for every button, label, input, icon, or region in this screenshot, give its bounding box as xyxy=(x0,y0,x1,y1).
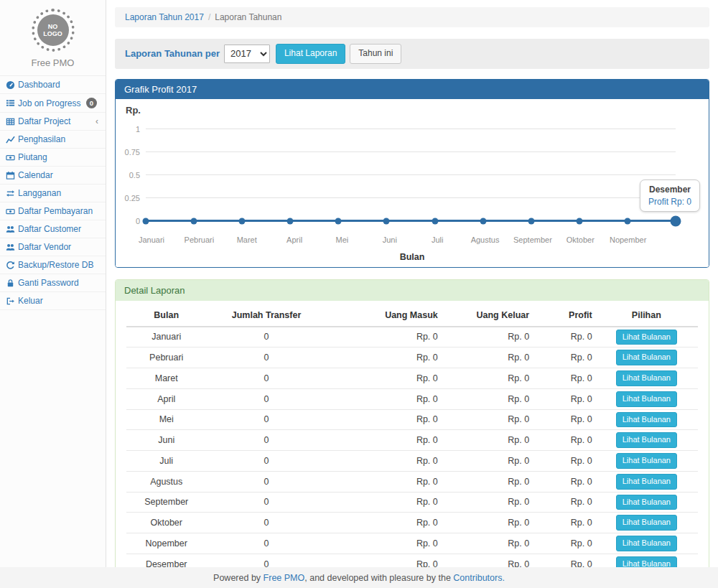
table-cell: Rp. 0 xyxy=(441,347,532,368)
view-monthly-button-september[interactable]: Lihat Bulanan xyxy=(616,495,677,510)
view-monthly-button-juni[interactable]: Lihat Bulanan xyxy=(616,432,677,448)
detail-table-wrap: BulanJumlah TransferUang MasukUang Kelua… xyxy=(116,301,709,567)
table-cell: Rp. 0 xyxy=(327,430,441,451)
tick-row: 0.75 xyxy=(124,141,700,164)
detail-report-panel: Detail Laporan BulanJumlah TransferUang … xyxy=(115,279,709,567)
breadcrumb: Laporan Tahun 2017/Laporan Tahunan xyxy=(115,7,709,27)
sidebar-item-label: Penghasilan xyxy=(18,134,100,144)
sidebar-item-piutang[interactable]: Piutang xyxy=(0,149,106,167)
x-axis-labels: JanuariPebruariMaretAprilMeiJuniJuliAgus… xyxy=(151,235,676,246)
sidebar-item-dashboard[interactable]: Dashboard xyxy=(0,76,106,94)
sidebar-menu: DashboardJob on Progress0Daftar Project‹… xyxy=(0,75,106,310)
table-cell: Rp. 0 xyxy=(532,533,595,554)
chart-tooltip: Desember Profit Rp: 0 xyxy=(640,179,700,212)
table-row-desember: Desember0Rp. 0Rp. 0Rp. 0Lihat Bulanan xyxy=(126,554,698,567)
sidebar-item-daftar-pembayaran[interactable]: Daftar Pembayaran xyxy=(0,202,106,220)
view-monthly-button-nopember[interactable]: Lihat Bulanan xyxy=(616,536,677,551)
column-header-pilihan: Pilihan xyxy=(595,304,698,327)
sidebar-item-label: Piutang xyxy=(18,152,100,162)
view-monthly-button-april[interactable]: Lihat Bulanan xyxy=(616,391,677,407)
y-tick-label: 0.25 xyxy=(124,194,146,202)
table-cell: Pebruari xyxy=(126,347,206,368)
data-point-april[interactable] xyxy=(287,218,294,224)
sidebar-item-calendar[interactable]: Calendar xyxy=(0,167,106,185)
lock-icon xyxy=(6,279,18,288)
sidebar-item-penghasilan[interactable]: Penghasilan xyxy=(0,131,106,149)
table-cell: Rp. 0 xyxy=(441,409,532,430)
chart-panel-title: Grafik Profit 2017 xyxy=(116,80,709,99)
sidebar-item-backup-restore-db[interactable]: Backup/Restore DB xyxy=(0,256,106,274)
toolbar-label: Laporan Tahunan per xyxy=(125,48,220,59)
view-monthly-button-oktober[interactable]: Lihat Bulanan xyxy=(616,515,677,531)
table-cell: 0 xyxy=(206,451,326,472)
sidebar-item-job-on-progress[interactable]: Job on Progress0 xyxy=(0,94,106,113)
calendar-icon xyxy=(6,171,18,180)
sidebar-item-keluar[interactable]: Keluar xyxy=(0,292,106,310)
view-monthly-button-mei[interactable]: Lihat Bulanan xyxy=(616,412,677,428)
table-row-mei: Mei0Rp. 0Rp. 0Rp. 0Lihat Bulanan xyxy=(126,409,698,430)
data-point-oktober[interactable] xyxy=(576,218,582,224)
sidebar-item-ganti-password[interactable]: Ganti Password xyxy=(0,274,106,292)
data-point-mei[interactable] xyxy=(335,218,342,224)
money-icon xyxy=(6,207,18,216)
view-report-button[interactable]: Lihat Laporan xyxy=(276,44,345,64)
table-cell: Rp. 0 xyxy=(441,492,532,513)
data-point-januari[interactable] xyxy=(143,218,149,224)
x-tick-agustus: Agustus xyxy=(471,235,500,244)
table-row-juni: Juni0Rp. 0Rp. 0Rp. 0Lihat Bulanan xyxy=(126,430,698,451)
table-row-januari: Januari0Rp. 0Rp. 0Rp. 0Lihat Bulanan xyxy=(126,327,698,347)
profit-chart-panel: Grafik Profit 2017 Rp. 10.750.50.250 Jan… xyxy=(115,79,709,268)
data-point-pebruari[interactable] xyxy=(191,218,197,224)
table-cell: Rp. 0 xyxy=(441,368,532,389)
users-icon xyxy=(6,225,18,234)
data-point-nopember[interactable] xyxy=(624,218,630,224)
footer-link-contributors[interactable]: Contributors. xyxy=(453,573,505,583)
users-icon xyxy=(6,243,18,252)
table-cell: Rp. 0 xyxy=(441,430,532,451)
sidebar-item-daftar-vendor[interactable]: Daftar Vendor xyxy=(0,238,106,256)
data-point-juni[interactable] xyxy=(383,218,390,224)
x-tick-juni: Juni xyxy=(383,235,397,244)
view-monthly-button-juli[interactable]: Lihat Bulanan xyxy=(616,453,677,469)
column-header-profit: Profit xyxy=(532,304,595,327)
line-chart-icon xyxy=(6,135,18,144)
sidebar-item-langganan[interactable]: Langganan xyxy=(0,185,106,202)
view-monthly-button-agustus[interactable]: Lihat Bulanan xyxy=(616,474,677,490)
table-row-april: April0Rp. 0Rp. 0Rp. 0Lihat Bulanan xyxy=(126,388,698,409)
breadcrumb-link[interactable]: Laporan Tahun 2017 xyxy=(125,12,204,22)
table-cell: Rp. 0 xyxy=(327,409,441,430)
report-toolbar: Laporan Tahunan per 2017 Lihat Laporan T… xyxy=(115,39,709,69)
data-point-agustus[interactable] xyxy=(480,218,486,224)
table-cell: 0 xyxy=(206,347,326,368)
table-icon xyxy=(6,117,18,126)
view-monthly-button-maret[interactable]: Lihat Bulanan xyxy=(616,370,677,386)
data-point-desember[interactable] xyxy=(671,215,681,226)
footer-text-middle: , and developed with pleasure by the xyxy=(304,573,451,583)
view-monthly-button-januari[interactable]: Lihat Bulanan xyxy=(616,330,677,345)
data-point-september[interactable] xyxy=(528,218,534,224)
app-layout: NO LOGO Free PMO DashboardJob on Progres… xyxy=(0,0,718,567)
table-cell: Rp. 0 xyxy=(532,327,595,347)
sidebar-item-daftar-customer[interactable]: Daftar Customer xyxy=(0,220,106,238)
current-year-button[interactable]: Tahun ini xyxy=(350,44,401,64)
view-monthly-button-desember[interactable]: Lihat Bulanan xyxy=(616,556,677,567)
data-point-juli[interactable] xyxy=(432,218,438,224)
table-cell: 0 xyxy=(206,388,326,409)
footer-link-freepmo[interactable]: Free PMO xyxy=(264,573,305,583)
year-select[interactable]: 2017 xyxy=(224,45,270,63)
table-cell-action: Lihat Bulanan xyxy=(595,430,698,451)
table-cell: Rp. 0 xyxy=(441,554,532,567)
table-cell-action: Lihat Bulanan xyxy=(595,388,698,409)
dashboard-icon xyxy=(6,80,18,90)
table-cell: Rp. 0 xyxy=(327,451,441,472)
view-monthly-button-pebruari[interactable]: Lihat Bulanan xyxy=(616,350,677,365)
data-point-maret[interactable] xyxy=(239,218,246,224)
table-cell: 0 xyxy=(206,409,326,430)
table-row-pebruari: Pebruari0Rp. 0Rp. 0Rp. 0Lihat Bulanan xyxy=(126,347,698,368)
table-cell: Oktober xyxy=(126,513,206,533)
table-cell: Rp. 0 xyxy=(327,533,441,554)
sidebar-item-daftar-project[interactable]: Daftar Project‹ xyxy=(0,113,106,131)
table-cell: April xyxy=(126,388,206,409)
table-cell-action: Lihat Bulanan xyxy=(595,492,698,513)
sidebar: NO LOGO Free PMO DashboardJob on Progres… xyxy=(0,0,106,567)
